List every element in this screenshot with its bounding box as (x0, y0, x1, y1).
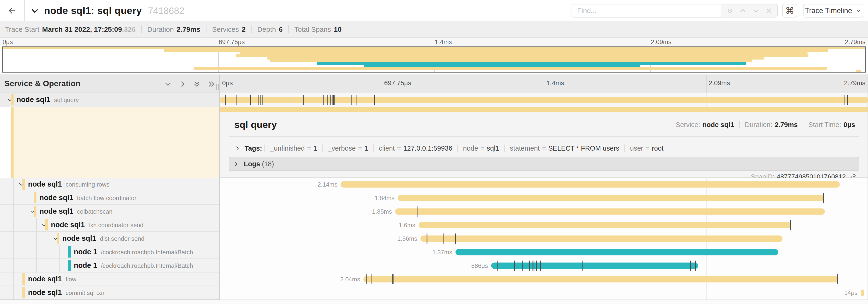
log-marker[interactable] (330, 95, 331, 105)
find-input[interactable] (572, 4, 721, 17)
log-marker[interactable] (236, 95, 237, 105)
log-marker[interactable] (356, 95, 357, 105)
log-marker[interactable] (536, 261, 537, 271)
log-marker[interactable] (532, 261, 532, 271)
tree-cell--cockroach-roachpb-internal-batch[interactable]: node 1/cockroach.roachpb.Internal/Batch (0, 245, 219, 259)
log-marker[interactable] (690, 261, 691, 271)
span-row[interactable]: node sql1batch flow coordinator1.84ms (0, 191, 868, 205)
log-marker[interactable] (332, 95, 333, 105)
log-marker[interactable] (514, 261, 515, 271)
span-bar[interactable] (398, 195, 824, 201)
log-marker[interactable] (258, 95, 259, 105)
span-bar-cell[interactable]: 1.84ms (219, 191, 868, 205)
tree-cell-sql-query[interactable]: node sql1sql query (0, 93, 219, 107)
minimap-range-handle-right[interactable] (865, 47, 866, 72)
tags-row[interactable]: Tags: _unfinished = 1 _verbose = 1 clien… (234, 141, 669, 155)
log-marker[interactable] (540, 261, 541, 271)
log-marker[interactable] (250, 95, 251, 105)
log-marker[interactable] (351, 95, 352, 105)
log-marker[interactable] (392, 274, 393, 284)
log-marker[interactable] (582, 261, 583, 271)
next-match-icon[interactable] (752, 7, 760, 15)
view-selector-button[interactable]: Trace Timeline (803, 4, 863, 18)
span-bar-cell[interactable] (219, 93, 868, 107)
span-row[interactable]: node sql1dist sender send1.56ms (0, 232, 868, 245)
span-bar[interactable] (395, 208, 825, 215)
log-marker[interactable] (823, 193, 824, 203)
log-marker[interactable] (695, 261, 696, 271)
clear-find-icon[interactable] (765, 7, 772, 14)
log-marker[interactable] (443, 234, 444, 244)
chevron-down-icon[interactable] (30, 6, 39, 15)
log-marker[interactable] (427, 234, 427, 244)
log-marker[interactable] (529, 261, 530, 271)
column-splitter[interactable] (219, 74, 220, 300)
log-marker[interactable] (847, 95, 848, 105)
span-row[interactable]: node sql1sql query (0, 93, 868, 107)
log-marker[interactable] (366, 274, 367, 284)
span-bar-cell[interactable]: 2.14ms (219, 178, 868, 191)
expand-all-icon[interactable] (207, 80, 216, 88)
span-row[interactable]: node sql1consuming rows2.14ms (0, 178, 868, 191)
log-marker[interactable] (225, 95, 226, 105)
log-marker[interactable] (790, 220, 791, 230)
minimap-range-handle-left[interactable] (2, 47, 3, 72)
span-bar-cell[interactable]: 2.04ms (219, 272, 868, 286)
log-marker[interactable] (455, 234, 456, 244)
log-marker[interactable] (844, 95, 845, 105)
trace-title-group[interactable]: node sql1: sql query 7418682 (30, 0, 184, 21)
log-marker[interactable] (522, 261, 523, 271)
span-row[interactable]: node 1/cockroach.roachpb.Internal/Batch8… (0, 259, 868, 272)
span-row[interactable]: node sql1colbatchscan1.85ms (0, 205, 868, 218)
log-marker[interactable] (333, 95, 334, 105)
log-marker[interactable] (497, 261, 498, 271)
span-bar[interactable] (861, 290, 864, 296)
log-marker[interactable] (394, 274, 394, 284)
span-row[interactable]: node 1/cockroach.roachpb.Internal/Batch1… (0, 245, 868, 259)
log-marker[interactable] (260, 95, 261, 105)
collapse-all-icon[interactable] (193, 80, 201, 88)
tree-cell-batch-flow-coordinator[interactable]: node sql1batch flow coordinator (0, 191, 219, 205)
span-bar-cell[interactable]: 1.6ms (219, 218, 868, 232)
logs-accordion[interactable]: Logs (18) (229, 157, 859, 171)
column-resize-grip[interactable] (216, 84, 219, 90)
tree-cell-txn-coordinator-send[interactable]: node sql1txn coordinator send (0, 218, 219, 232)
tree-cell-commit-sql-txn[interactable]: node sql1commit sql txn (0, 286, 219, 300)
log-marker[interactable] (262, 95, 263, 105)
span-bar-cell[interactable]: 1.37ms (219, 245, 868, 259)
log-marker[interactable] (837, 274, 838, 284)
tree-cell--cockroach-roachpb-internal-batch[interactable]: node 1/cockroach.roachpb.Internal/Batch (0, 259, 219, 272)
tree-cell-dist-sender-send[interactable]: node sql1dist sender send (0, 232, 219, 245)
log-marker[interactable] (303, 95, 304, 105)
span-row[interactable]: node sql1flow2.04ms (0, 272, 868, 286)
collapse-one-icon[interactable] (164, 80, 172, 88)
span-bar-cell[interactable]: 1.56ms (219, 232, 868, 245)
tree-cell-colbatchscan[interactable]: node sql1colbatchscan (0, 205, 219, 218)
locate-icon[interactable] (726, 7, 734, 14)
span-bar-cell[interactable]: 1.85ms (219, 205, 868, 218)
span-bar[interactable] (418, 222, 791, 228)
span-bar[interactable] (341, 181, 839, 188)
span-bar[interactable] (219, 97, 868, 103)
log-marker[interactable] (335, 95, 335, 105)
span-bar[interactable] (364, 276, 838, 282)
span-bar[interactable] (456, 249, 778, 256)
log-marker[interactable] (327, 95, 328, 105)
prev-match-icon[interactable] (739, 7, 747, 15)
log-marker[interactable] (371, 274, 372, 284)
span-bar[interactable] (421, 236, 782, 242)
log-marker[interactable] (534, 261, 534, 271)
log-marker[interactable] (323, 95, 324, 105)
log-marker[interactable] (417, 206, 418, 217)
trace-minimap[interactable] (2, 46, 866, 73)
tree-cell-flow[interactable]: node sql1flow (0, 272, 219, 286)
expand-one-icon[interactable] (178, 80, 187, 88)
span-bar-cell[interactable]: 886μs (219, 259, 868, 272)
log-marker[interactable] (374, 95, 375, 105)
span-row[interactable]: node sql1commit sql txn14μs (0, 286, 868, 300)
tree-cell-consuming-rows[interactable]: node sql1consuming rows (0, 178, 219, 191)
back-button[interactable] (0, 0, 25, 21)
span-bar-cell[interactable]: 14μs (219, 286, 868, 300)
keyboard-shortcuts-button[interactable]: ⌘ (782, 4, 797, 18)
span-row[interactable]: node sql1txn coordinator send1.6ms (0, 218, 868, 232)
